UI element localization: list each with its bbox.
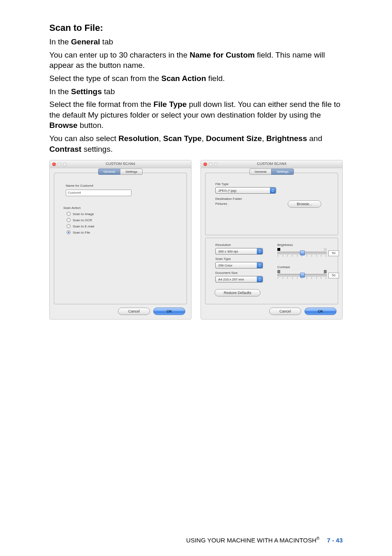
group-scan-options: Resolution 300 x 300 dpi Scan Type 256 C… (205, 238, 338, 304)
name-for-custom-input[interactable]: Custom4 (66, 190, 131, 196)
slider-thumb-icon (300, 250, 305, 255)
scan-action-label: Scan Action (63, 206, 81, 210)
text-bold: General (71, 37, 100, 46)
radio-scan-to-image[interactable]: Scan to Image (67, 212, 94, 216)
radio-scan-to-ocr[interactable]: Scan to OCR (67, 218, 94, 222)
group-filetype: File Type JPEG (*.jpg) Destination Folde… (205, 173, 338, 235)
resolution-label: Resolution (215, 243, 231, 247)
text-bold: Scan Action (161, 74, 206, 83)
cancel-button[interactable]: Cancel (118, 308, 150, 315)
group-general: Name for Custom4 Custom4 Scan Action Sca… (54, 173, 187, 304)
paragraph-settings-tab: In the Settings tab (49, 86, 343, 97)
text: In the (49, 87, 71, 96)
radio-label: Scan to E-mail (73, 225, 94, 228)
tabstrip: General Settings (54, 169, 187, 175)
radio-label: Scan to Image (73, 212, 94, 216)
destination-folder-label: Destination Folder (215, 197, 242, 201)
ok-button[interactable]: OK (304, 308, 337, 315)
chevron-updown-icon (270, 188, 276, 193)
paragraph-file-type: Select the file format from the File Typ… (49, 99, 343, 131)
contrast-label: Contrast (277, 265, 290, 269)
select-value: A4 210 x 297 mm (218, 278, 244, 281)
scan-type-label: Scan Type (215, 257, 231, 261)
tabstrip: General Settings (205, 169, 338, 175)
text-bold: Browse (49, 121, 78, 130)
brightness-label: Brightness (277, 243, 293, 247)
text: Select the file format from the (49, 100, 153, 109)
text: tab (100, 37, 113, 46)
document-size-select[interactable]: A4 210 x 297 mm (215, 276, 263, 283)
destination-folder-value: Pictures (215, 202, 227, 206)
window-title: CUSTOM SCAN4 (201, 162, 342, 166)
tab-general[interactable]: General (98, 169, 120, 175)
tab-settings[interactable]: Settings (120, 169, 143, 175)
select-value: JPEG (*.jpg) (218, 189, 236, 192)
radio-icon (67, 212, 71, 216)
radio-label: Scan to OCR (73, 218, 92, 222)
slider-thumb-icon (300, 273, 305, 278)
contrast-value[interactable]: 50 (328, 273, 339, 278)
paragraph-settings-list: You can also select Resolution, Scan Typ… (49, 133, 343, 154)
text: In the (49, 37, 71, 46)
dialog-custom-scan-general: CUSTOM SCAN4 General Settings Name for C… (49, 160, 191, 320)
brightness-min-icon (277, 248, 280, 251)
titlebar: CUSTOM SCAN4 (201, 160, 342, 168)
text-bold: Document Size (206, 134, 262, 143)
text-bold: Name for Custom (190, 51, 255, 59)
radio-label: Scan to File (73, 231, 90, 234)
browse-button[interactable]: Browse... (288, 200, 321, 208)
text: , (202, 134, 206, 143)
paragraph-name-for-custom: You can enter up to 30 characters in the… (49, 50, 343, 71)
text-bold: Brightness (266, 134, 307, 143)
page-footer: USING YOUR MACHINE WITH A MACINTOSH® 7 -… (186, 536, 343, 544)
name-for-custom-label: Name for Custom4 (66, 184, 93, 188)
contrast-slider[interactable]: 50 (277, 270, 327, 279)
titlebar: CUSTOM SCAN4 (50, 160, 191, 168)
tab-general[interactable]: General (249, 169, 272, 175)
tab-settings[interactable]: Settings (271, 169, 294, 175)
text: field. (206, 74, 225, 83)
brightness-slider[interactable]: 50 (277, 248, 327, 257)
text-bold: File Type (153, 100, 187, 109)
registered-icon: ® (316, 536, 319, 541)
page-number: 7 - 43 (327, 537, 343, 544)
chevron-updown-icon (257, 248, 263, 254)
paragraph-scan-action: Select the type of scan from the Scan Ac… (49, 73, 343, 84)
text: You can also select (49, 134, 118, 143)
file-type-select[interactable]: JPEG (*.jpg) (215, 187, 276, 194)
text-bold: Contrast (49, 145, 81, 153)
section-heading: Scan to File: (49, 23, 343, 33)
brightness-value[interactable]: 50 (328, 250, 339, 256)
text-bold: Settings (71, 87, 102, 96)
cancel-button[interactable]: Cancel (269, 308, 301, 315)
contrast-max-icon (324, 270, 327, 273)
chevron-updown-icon (257, 276, 263, 282)
contrast-min-icon (277, 270, 280, 273)
text-bold: Resolution (118, 134, 159, 143)
footer-text: USING YOUR MACHINE WITH A MACINTOSH (186, 537, 316, 544)
text: tab (102, 87, 115, 96)
select-value: 256 Color (218, 264, 233, 267)
radio-icon (67, 224, 71, 228)
text: You can enter up to 30 characters in the (49, 51, 190, 59)
chevron-updown-icon (257, 262, 263, 268)
text: , (159, 134, 163, 143)
radio-scan-to-file[interactable]: Scan to File (67, 230, 94, 234)
brightness-max-icon (324, 248, 327, 251)
scan-type-select[interactable]: 256 Color (215, 262, 263, 269)
file-type-label: File Type (215, 182, 228, 186)
ok-button[interactable]: OK (153, 308, 185, 315)
restore-defaults-button[interactable]: Restore Defaults (214, 289, 261, 297)
radio-icon (67, 218, 71, 222)
radio-scan-to-email[interactable]: Scan to E-mail (67, 224, 94, 228)
text: Select the type of scan from the (49, 74, 161, 83)
dialog-custom-scan-settings: CUSTOM SCAN4 General Settings File Type … (201, 160, 343, 320)
radio-icon (67, 230, 71, 234)
select-value: 300 x 300 dpi (218, 250, 238, 253)
resolution-select[interactable]: 300 x 300 dpi (215, 248, 263, 255)
text: and (307, 134, 322, 143)
document-size-label: Document Size (215, 271, 238, 275)
window-title: CUSTOM SCAN4 (50, 162, 191, 166)
text: , (262, 134, 266, 143)
text: button. (78, 121, 104, 130)
